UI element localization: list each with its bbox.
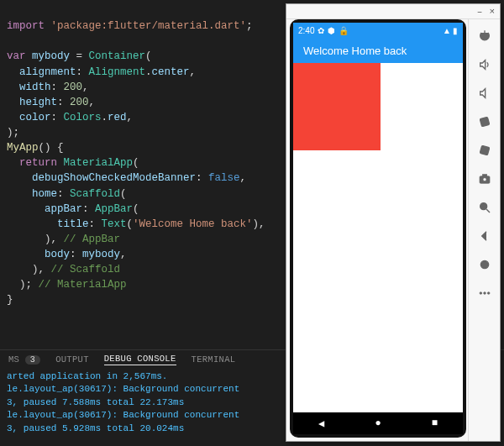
nav-recent-icon[interactable]: ■ <box>432 417 438 429</box>
volume-down-icon[interactable] <box>476 85 493 102</box>
emulator-window: – × 2:40 ✿ ⬢ 🔒 ▲ ▮ Welcome Home back <box>286 3 501 442</box>
val-red: red <box>108 112 127 123</box>
svg-line-6 <box>486 209 490 213</box>
val-false: false <box>208 172 240 184</box>
val-mybody: mybody <box>82 249 120 260</box>
svg-point-9 <box>483 292 486 295</box>
home-icon[interactable] <box>476 256 493 273</box>
red-container <box>293 63 381 150</box>
class-colors: Colors <box>64 112 102 123</box>
emulator-titlebar: – × <box>286 4 500 19</box>
tab-output[interactable]: OUTPUT <box>55 354 89 365</box>
prop-body: body <box>45 249 70 260</box>
lock-icon: 🔒 <box>339 26 349 35</box>
class-materialapp: MaterialApp <box>64 157 134 169</box>
class-alignment: Alignment <box>89 66 146 78</box>
comment-appbar: // AppBar <box>64 233 121 245</box>
keyword-return: return <box>19 157 57 169</box>
rotate-left-icon[interactable] <box>476 113 493 130</box>
fn-myapp: MyApp <box>7 142 39 154</box>
android-statusbar: 2:40 ✿ ⬢ 🔒 ▲ ▮ <box>293 23 463 38</box>
class-scaffold: Scaffold <box>70 188 120 200</box>
code-editor[interactable]: import 'package:flutter/material.dart'; … <box>0 0 286 312</box>
problems-count-badge: 3 <box>25 355 40 365</box>
battery-icon: ▮ <box>453 26 458 35</box>
prop-alignment: alignment <box>19 66 76 78</box>
device-frame: 2:40 ✿ ⬢ 🔒 ▲ ▮ Welcome Home back ◀ ● ■ <box>290 19 466 438</box>
prop-appbar: appBar <box>45 203 82 215</box>
keyword-var: var <box>7 50 26 62</box>
svg-point-7 <box>480 260 488 268</box>
class-text: Text <box>102 218 127 230</box>
camera-icon[interactable] <box>476 171 493 187</box>
svg-point-8 <box>480 292 482 295</box>
rotate-right-icon[interactable] <box>476 142 493 159</box>
prop-debugbanner: debugShowCheckedModeBanner <box>32 172 196 184</box>
svg-point-10 <box>487 292 490 295</box>
nav-back-icon[interactable]: ◀ <box>318 417 324 430</box>
nav-home-icon[interactable]: ● <box>375 417 381 429</box>
tab-problems[interactable]: MS 3 <box>8 354 40 365</box>
signal-icon: ▲ <box>443 26 451 35</box>
device-screen[interactable]: 2:40 ✿ ⬢ 🔒 ▲ ▮ Welcome Home back ◀ ● ■ <box>293 23 463 434</box>
var-mybody: mybody <box>32 50 70 62</box>
more-icon[interactable] <box>476 285 493 302</box>
svg-point-3 <box>483 178 486 181</box>
val-width: 200 <box>64 81 83 93</box>
zoom-icon[interactable] <box>476 199 493 216</box>
power-icon[interactable] <box>476 28 493 45</box>
keyword-import: import <box>7 20 45 32</box>
gear-icon: ✿ <box>318 26 324 35</box>
app-appbar: Welcome Home back <box>293 38 463 63</box>
prop-title: title <box>57 218 89 230</box>
svg-rect-0 <box>480 117 489 126</box>
val-center: center <box>152 66 190 78</box>
emulator-toolbar <box>468 19 500 441</box>
app-body <box>293 63 463 412</box>
comment-materialapp: // MaterialApp <box>39 279 127 291</box>
window-close-button[interactable]: × <box>489 7 495 17</box>
comment-scaffold: // Scaffold <box>51 264 121 275</box>
svg-rect-1 <box>480 145 489 155</box>
android-navbar: ◀ ● ■ <box>293 412 463 434</box>
prop-width: width <box>19 81 51 93</box>
class-appbar: AppBar <box>95 203 133 215</box>
str-title: 'Welcome Home back' <box>133 218 253 230</box>
volume-up-icon[interactable] <box>476 56 493 73</box>
appbar-title: Welcome Home back <box>303 45 407 57</box>
class-container: Container <box>89 50 146 62</box>
prop-home: home <box>32 188 57 200</box>
import-path: 'package:flutter/material.dart' <box>51 20 247 32</box>
prop-height: height <box>19 97 57 108</box>
status-time: 2:40 <box>298 26 314 35</box>
tab-debug-console[interactable]: DEBUG CONSOLE <box>104 354 176 365</box>
svg-rect-4 <box>482 175 486 177</box>
back-icon[interactable] <box>476 228 493 244</box>
svg-point-5 <box>480 203 486 210</box>
bug-icon: ⬢ <box>328 26 335 35</box>
tab-terminal[interactable]: TERMINAL <box>192 354 236 365</box>
tab-problems-label: MS <box>8 354 19 365</box>
window-minimize-button[interactable]: – <box>477 7 483 17</box>
prop-color: color <box>19 112 51 123</box>
val-height: 200 <box>70 97 89 108</box>
